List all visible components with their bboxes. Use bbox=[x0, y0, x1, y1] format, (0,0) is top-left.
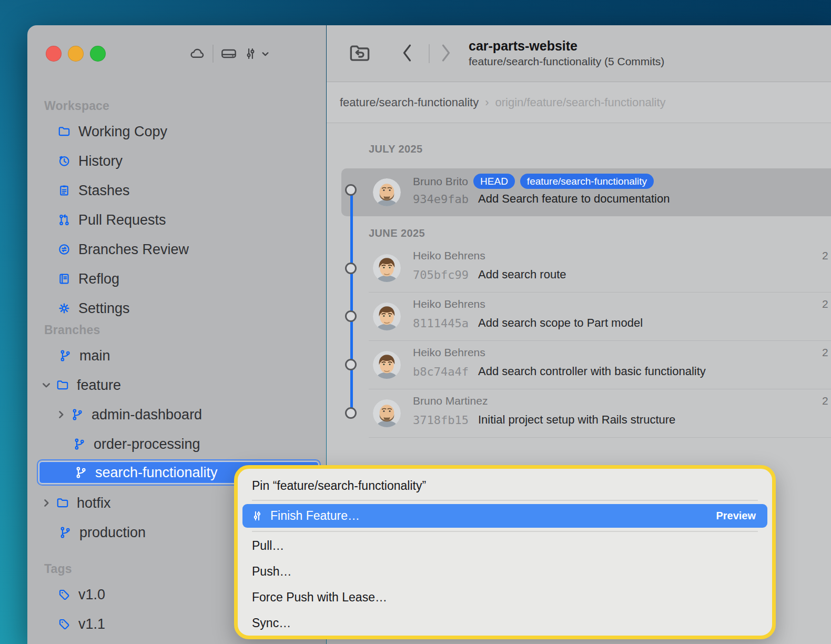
breadcrumb-local-branch[interactable]: feature/search-functionality bbox=[340, 96, 479, 109]
sidebar-item-label: Stashes bbox=[78, 183, 130, 199]
chevron-right-icon[interactable] bbox=[41, 498, 52, 508]
commit-hash: 705bfc99 bbox=[413, 268, 469, 281]
sidebar-item-reflog[interactable]: Reflog bbox=[27, 264, 326, 294]
menu-divider bbox=[252, 500, 758, 501]
menu-item-sync[interactable]: Sync… bbox=[238, 610, 772, 636]
local-repos-button[interactable] bbox=[217, 43, 241, 64]
sidebar-item-label: feature bbox=[77, 377, 121, 394]
sidebar-item-label: v1.1 bbox=[78, 616, 105, 632]
menu-item-finish-feature[interactable]: Finish Feature… Preview bbox=[242, 504, 767, 528]
breadcrumb-separator: › bbox=[479, 96, 495, 109]
sidebar-item-label: Branches Review bbox=[78, 242, 189, 258]
preview-badge: Preview bbox=[716, 510, 756, 522]
head-badge: HEAD bbox=[473, 174, 515, 189]
sidebar-item-history[interactable]: History bbox=[27, 146, 326, 176]
breadcrumb-remote-branch[interactable]: origin/feature/search-functionality bbox=[495, 96, 665, 109]
branches-label: Branches bbox=[27, 319, 326, 341]
sidebar-item-pull-requests[interactable]: Pull Requests bbox=[27, 205, 326, 235]
tag-icon bbox=[57, 588, 71, 601]
sidebar-branch-main[interactable]: main bbox=[27, 341, 326, 370]
back-chevron-icon[interactable] bbox=[401, 44, 413, 63]
sidebar-branch-order-processing[interactable]: order-processing bbox=[27, 429, 326, 459]
month-header: JUNE 2025 bbox=[369, 227, 425, 239]
cloud-button[interactable] bbox=[185, 43, 209, 64]
chevron-down-icon bbox=[261, 49, 270, 58]
repo-title-block: car-parts-website feature/search-functio… bbox=[469, 38, 664, 69]
folder-icon bbox=[57, 125, 71, 138]
menu-item-pin[interactable]: Pin “feature/search-functionality” bbox=[238, 473, 772, 499]
commit-message: Initial project setup with Rails structu… bbox=[478, 413, 675, 427]
sidebar-item-label: History bbox=[78, 153, 123, 169]
commit-row[interactable]: Heiko Behrens 8111445a Add search scope … bbox=[327, 293, 831, 340]
page-title: car-parts-website bbox=[469, 38, 664, 54]
git-branch-icon bbox=[58, 349, 72, 363]
menu-item-pull[interactable]: Pull… bbox=[238, 533, 772, 559]
git-branch-icon bbox=[70, 408, 84, 421]
commit-date-fragment: 2 bbox=[822, 395, 828, 407]
gear-icon bbox=[57, 301, 71, 315]
close-button[interactable] bbox=[46, 46, 62, 62]
folder-icon bbox=[56, 378, 69, 392]
drive-icon bbox=[220, 46, 238, 62]
commit-row[interactable]: Bruno Martinez 3718fb15 Initial project … bbox=[327, 389, 831, 437]
main-header: car-parts-website feature/search-functio… bbox=[327, 25, 831, 82]
row-divider bbox=[369, 437, 831, 438]
commit-message: Add Search feature to documentation bbox=[478, 192, 670, 206]
sidebar-item-working-copy[interactable]: Working Copy bbox=[27, 117, 326, 146]
sliders-icon bbox=[251, 510, 263, 522]
forward-chevron-icon[interactable] bbox=[440, 44, 452, 63]
sidebar-branch-admin-dashboard[interactable]: admin-dashboard bbox=[27, 400, 326, 429]
nav-divider bbox=[429, 44, 430, 63]
commit-author: Bruno Martinez bbox=[413, 395, 488, 407]
sidebar-item-branches-review[interactable]: Branches Review bbox=[27, 235, 326, 264]
commit-hash: 8111445a bbox=[413, 317, 469, 330]
sidebar-item-label: order-processing bbox=[94, 436, 200, 452]
commit-author: Heiko Behrens bbox=[413, 298, 485, 310]
sidebar-branch-group-feature[interactable]: feature bbox=[27, 370, 326, 400]
commit-date-fragment: 2 bbox=[822, 346, 828, 359]
repo-return-icon[interactable] bbox=[348, 42, 372, 64]
sidebar-item-label: search-functionality bbox=[95, 465, 218, 481]
window-controls bbox=[46, 46, 106, 62]
commit-date-fragment: 2 bbox=[822, 249, 828, 262]
branches-review-icon bbox=[57, 243, 71, 256]
commit-hash: 3718fb15 bbox=[413, 414, 469, 427]
commit-message: Add search controller with basic functio… bbox=[478, 365, 706, 378]
git-branch-icon bbox=[73, 437, 86, 451]
menu-item-label: Finish Feature… bbox=[270, 509, 360, 523]
commit-author: Heiko Behrens bbox=[413, 346, 485, 359]
repo-subtitle: feature/search-functionality (5 Commits) bbox=[469, 54, 664, 69]
heiko-avatar bbox=[373, 254, 401, 282]
git-flow-button[interactable] bbox=[241, 43, 272, 64]
commit-author: Bruno Brito bbox=[413, 175, 468, 188]
commit-message: Add search scope to Part model bbox=[478, 316, 643, 330]
zoom-button[interactable] bbox=[90, 46, 106, 62]
sidebar-item-label: production bbox=[79, 525, 146, 541]
sidebar-item-label: Pull Requests bbox=[78, 212, 166, 228]
heiko-avatar bbox=[373, 351, 401, 379]
sidebar-item-stashes[interactable]: Stashes bbox=[27, 176, 326, 205]
menu-item-force-push-with-lease[interactable]: Force Push with Lease… bbox=[238, 585, 772, 610]
menu-item-push[interactable]: Push… bbox=[238, 559, 772, 585]
chevron-right-icon[interactable] bbox=[56, 409, 66, 420]
workspace-section: Workspace Working Copy History Stashes P… bbox=[27, 95, 326, 323]
commit-row[interactable]: Heiko Behrens 705bfc99 Add search route … bbox=[327, 244, 831, 292]
folder-icon bbox=[56, 496, 69, 510]
git-branch-icon bbox=[58, 526, 72, 539]
commit-date-fragment: 2 bbox=[822, 298, 828, 310]
git-branch-icon bbox=[74, 466, 88, 479]
workspace-label: Workspace bbox=[27, 95, 326, 117]
chevron-down-icon[interactable] bbox=[41, 380, 52, 390]
minimize-button[interactable] bbox=[68, 46, 84, 62]
month-header: JULY 2025 bbox=[369, 143, 423, 155]
branch-context-menu: Pin “feature/search-functionality” Finis… bbox=[234, 465, 776, 639]
cloud-icon bbox=[188, 46, 206, 62]
sidebar-item-label: Working Copy bbox=[78, 124, 167, 140]
menu-divider bbox=[252, 531, 758, 532]
commit-hash: 934e9fab bbox=[413, 193, 469, 206]
toolbar-divider bbox=[212, 45, 214, 63]
commit-row[interactable]: Heiko Behrens b8c74a4f Add search contro… bbox=[327, 341, 831, 389]
commit-row[interactable]: Bruno Brito HEAD feature/search-function… bbox=[327, 168, 831, 216]
clipboard-icon bbox=[57, 184, 71, 197]
branch-badge: feature/search-functionality bbox=[520, 174, 654, 189]
